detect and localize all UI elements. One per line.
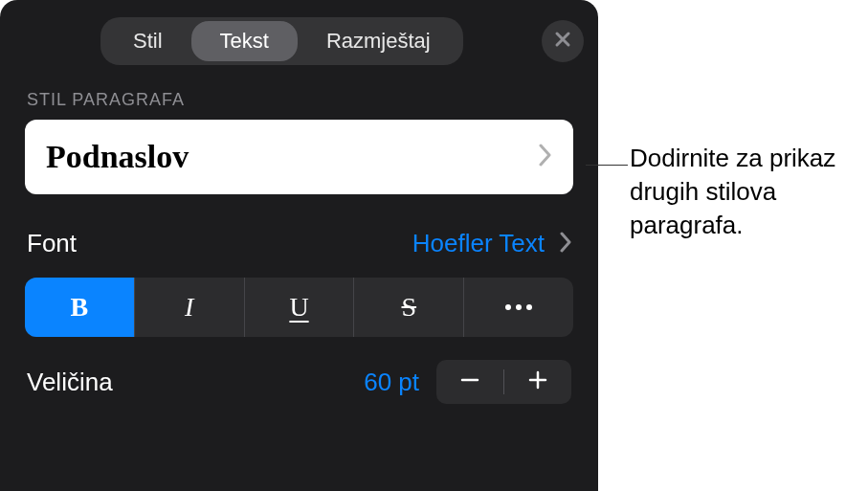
callout-line xyxy=(586,165,628,166)
paragraph-style-selector[interactable]: Podnaslov xyxy=(25,120,573,194)
font-value: Hoefler Text xyxy=(412,229,545,258)
close-button[interactable] xyxy=(542,20,584,62)
paragraph-style-label: STIL PARAGRAFA xyxy=(0,77,598,120)
size-increase-button[interactable] xyxy=(504,360,571,404)
strikethrough-icon: S xyxy=(402,292,417,323)
font-value-wrap: Hoefler Text xyxy=(412,229,571,258)
chevron-right-icon xyxy=(560,232,571,257)
panel-header: Stil Tekst Razmještaj xyxy=(0,0,598,77)
font-row[interactable]: Font Hoefler Text xyxy=(0,194,598,272)
more-options-button[interactable] xyxy=(464,278,573,337)
underline-button[interactable]: U xyxy=(245,278,355,337)
tab-tekst[interactable]: Tekst xyxy=(191,21,298,61)
chevron-right-icon xyxy=(539,144,552,170)
underline-icon: U xyxy=(289,292,308,323)
size-row: Veličina 60 pt xyxy=(0,337,598,413)
bold-button[interactable]: B xyxy=(25,278,135,337)
size-value: 60 pt xyxy=(364,368,419,397)
more-icon xyxy=(505,304,532,310)
strikethrough-button[interactable]: S xyxy=(354,278,464,337)
plus-icon xyxy=(527,369,548,394)
size-label: Veličina xyxy=(27,368,346,397)
size-stepper xyxy=(436,360,571,404)
tab-razmjestaj[interactable]: Razmještaj xyxy=(298,21,459,61)
close-icon xyxy=(553,30,572,53)
tab-control: Stil Tekst Razmještaj xyxy=(100,17,463,65)
italic-button[interactable]: I xyxy=(135,278,245,337)
paragraph-style-name: Podnaslov xyxy=(46,139,189,175)
tab-stil[interactable]: Stil xyxy=(104,21,191,61)
minus-icon xyxy=(459,369,480,394)
size-decrease-button[interactable] xyxy=(436,360,503,404)
format-panel: Stil Tekst Razmještaj STIL PARAGRAFA Pod… xyxy=(0,0,598,491)
font-label: Font xyxy=(27,229,77,258)
callout-text: Dodirnite za prikaz drugih stilova parag… xyxy=(630,142,859,242)
format-toolbar: B I U S xyxy=(25,278,573,337)
